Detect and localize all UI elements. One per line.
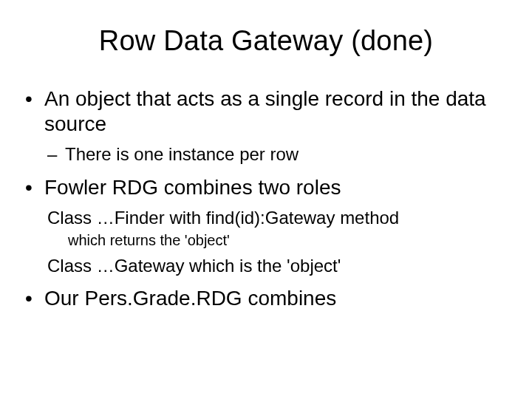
bullet-list: An object that acts as a single record i… xyxy=(21,86,511,311)
bullet-1-sub-1-text: There is one instance per row xyxy=(65,144,299,164)
slide-title: Row Data Gateway (done) xyxy=(21,25,511,57)
bullet-1-sublist: There is one instance per row xyxy=(44,143,511,166)
bullet-2-sub-1-sublist: which returns the 'object' xyxy=(47,231,511,250)
bullet-2-sublist: Class …Finder with find(id):Gateway meth… xyxy=(44,206,511,277)
bullet-2-sub-1-sub: which returns the 'object' xyxy=(68,231,511,250)
bullet-1-sub-1: There is one instance per row xyxy=(44,143,511,166)
bullet-1-text: An object that acts as a single record i… xyxy=(44,87,486,135)
bullet-2-sub-1-text: Class …Finder with find(id):Gateway meth… xyxy=(47,208,399,228)
bullet-2-sub-1: Class …Finder with find(id):Gateway meth… xyxy=(44,206,511,250)
bullet-2-sub-2-text: Class …Gateway which is the 'object' xyxy=(47,256,341,276)
slide: Row Data Gateway (done) An object that a… xyxy=(0,0,532,399)
bullet-2-sub-1-sub-text: which returns the 'object' xyxy=(68,232,230,248)
bullet-2: Fowler RDG combines two roles Class …Fin… xyxy=(21,175,511,278)
bullet-3: Our Pers.Grade.RDG combines xyxy=(21,286,511,311)
bullet-2-sub-2: Class …Gateway which is the 'object' xyxy=(44,254,511,277)
bullet-1: An object that acts as a single record i… xyxy=(21,86,511,166)
bullet-2-text: Fowler RDG combines two roles xyxy=(44,176,341,199)
bullet-3-text: Our Pers.Grade.RDG combines xyxy=(44,287,336,310)
